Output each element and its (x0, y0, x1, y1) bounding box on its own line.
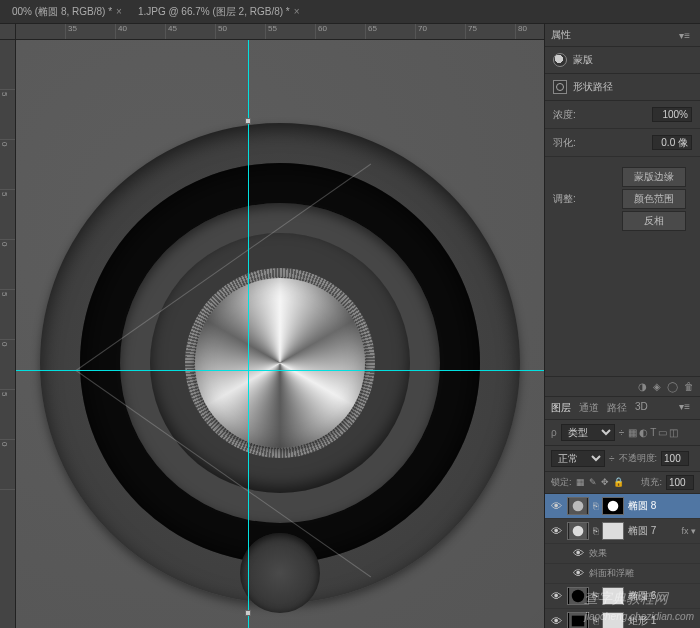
layer-name[interactable]: 椭圆 8 (628, 499, 696, 513)
ruler-tick: 5 (0, 290, 15, 340)
lock-trans-icon[interactable]: ▦ (576, 477, 585, 487)
link-icon[interactable]: ⎘ (593, 616, 598, 626)
delete-mask-icon[interactable]: 🗑 (684, 381, 694, 392)
canvas-area[interactable]: 35 40 45 50 55 60 65 70 75 80 5 0 5 0 5 … (0, 24, 544, 628)
layer-thumb[interactable] (567, 612, 589, 629)
path-anchor-top[interactable] (245, 118, 251, 124)
mask-icon[interactable] (553, 53, 567, 67)
ruler-tick: 5 (0, 190, 15, 240)
ruler-tick: 50 (216, 24, 266, 39)
shape-path-icon[interactable] (553, 80, 567, 94)
layer-row[interactable]: 👁 ⎘ 椭圆 6 (545, 584, 700, 609)
panel-menu-icon[interactable]: ▾≡ (675, 401, 694, 415)
layer-thumb[interactable] (567, 522, 589, 540)
apply-mask-icon[interactable]: ◈ (653, 381, 661, 392)
layer-thumb[interactable] (567, 587, 589, 605)
fill-input[interactable] (666, 475, 694, 490)
layers-panel-tabs: 图层 通道 路径 3D ▾≡ (545, 397, 700, 420)
mask-edge-button[interactable]: 蒙版边缘 (622, 167, 686, 187)
document-canvas[interactable] (16, 40, 544, 628)
tab-3d[interactable]: 3D (635, 401, 648, 415)
ruler-vertical[interactable]: 5 0 5 0 5 0 5 0 (0, 40, 16, 628)
mask-thumb[interactable] (602, 522, 624, 540)
doc-tab-0[interactable]: 00% (椭圆 8, RGB/8) * × (4, 1, 130, 23)
density-input[interactable] (652, 107, 692, 122)
feather-input[interactable] (652, 135, 692, 150)
search-icon[interactable]: ρ (551, 427, 557, 438)
close-icon[interactable]: × (294, 6, 300, 17)
lock-paint-icon[interactable]: ✎ (589, 477, 597, 487)
link-icon[interactable]: ⎘ (593, 526, 598, 536)
guide-horizontal[interactable] (16, 370, 544, 371)
ruler-tick: 55 (266, 24, 316, 39)
ruler-horizontal[interactable]: 35 40 45 50 55 60 65 70 75 80 (16, 24, 544, 40)
panel-spacer (545, 241, 700, 376)
ruler-tick: 0 (0, 340, 15, 390)
feather-label: 羽化: (553, 136, 576, 150)
ruler-tick: 0 (0, 240, 15, 290)
lock-all-icon[interactable]: 🔒 (613, 477, 624, 487)
filter-pixel-icon[interactable]: ▦ (628, 427, 637, 438)
link-icon[interactable]: ⎘ (593, 501, 598, 511)
ruler-origin[interactable] (0, 24, 16, 40)
visibility-icon[interactable]: 👁 (549, 525, 563, 537)
visibility-icon[interactable]: 👁 (549, 500, 563, 512)
visibility-icon[interactable]: 👁 (549, 590, 563, 602)
adjust-label: 调整: (553, 192, 576, 206)
filter-kind-select[interactable]: 类型 (561, 424, 615, 441)
mask-thumb[interactable] (602, 612, 624, 629)
layer-name[interactable]: 椭圆 6 (628, 589, 696, 603)
blend-opacity-row: 正常 ÷ 不透明度: (545, 446, 700, 472)
fill-label: 填充: (641, 476, 662, 489)
layer-fx-row[interactable]: 👁 斜面和浮雕 (545, 564, 700, 584)
fx-badge[interactable]: fx ▾ (681, 526, 696, 536)
opacity-input[interactable] (661, 451, 689, 466)
right-panels: 属性 ▾≡ 蒙版 形状路径 浓度: 羽化: 调整: (544, 24, 700, 628)
opacity-label: 不透明度: (619, 452, 658, 465)
lock-pos-icon[interactable]: ✥ (601, 477, 609, 487)
filter-adjust-icon[interactable]: ◐ (639, 427, 648, 438)
ruler-tick (0, 40, 15, 90)
layer-row[interactable]: 👁 ⎘ 椭圆 8 (545, 494, 700, 519)
ruler-tick (16, 24, 66, 39)
layer-row[interactable]: 👁 ⎘ 矩形 1 (545, 609, 700, 629)
mask-thumb[interactable] (602, 497, 624, 515)
panel-menu-icon[interactable]: ▾≡ (675, 30, 694, 41)
disable-mask-icon[interactable]: ◯ (667, 381, 678, 392)
layer-name[interactable]: 矩形 1 (628, 614, 696, 628)
filter-shape-icon[interactable]: ▭ (658, 427, 667, 438)
tab-layers[interactable]: 图层 (551, 401, 571, 415)
guide-vertical[interactable] (248, 40, 249, 628)
svg-point-3 (608, 500, 619, 511)
color-range-button[interactable]: 颜色范围 (622, 189, 686, 209)
load-selection-icon[interactable]: ◑ (638, 381, 647, 392)
tab-channels[interactable]: 通道 (579, 401, 599, 415)
close-icon[interactable]: × (116, 6, 122, 17)
dial-artwork (40, 123, 520, 603)
panel-title: 属性 (551, 28, 571, 42)
layer-row[interactable]: 👁 ⎘ 椭圆 7 fx ▾ (545, 519, 700, 544)
svg-rect-9 (572, 615, 584, 626)
tab-paths[interactable]: 路径 (607, 401, 627, 415)
properties-footer-icons: ◑ ◈ ◯ 🗑 (545, 376, 700, 397)
mask-thumb[interactable] (602, 587, 624, 605)
visibility-icon[interactable]: 👁 (549, 615, 563, 627)
feather-row: 羽化: (545, 129, 700, 157)
filter-text-icon[interactable]: T (650, 427, 656, 438)
visibility-icon[interactable]: 👁 (571, 567, 585, 579)
layer-fx-row[interactable]: 👁 效果 (545, 544, 700, 564)
layer-thumb[interactable] (567, 497, 589, 515)
lock-row: 锁定: ▦ ✎ ✥ 🔒 填充: (545, 472, 700, 494)
app-root: 00% (椭圆 8, RGB/8) * × 1.JPG @ 66.7% (图层 … (0, 0, 700, 628)
doc-tab-1[interactable]: 1.JPG @ 66.7% (图层 2, RGB/8) * × (130, 1, 308, 23)
path-anchor-bottom[interactable] (245, 610, 251, 616)
filter-smart-icon[interactable]: ◫ (669, 427, 678, 438)
blend-mode-select[interactable]: 正常 (551, 450, 605, 467)
visibility-icon[interactable]: 👁 (571, 547, 585, 559)
link-icon[interactable]: ⎘ (593, 591, 598, 601)
layer-name[interactable]: 椭圆 7 (628, 524, 677, 538)
svg-point-5 (573, 525, 584, 536)
density-label: 浓度: (553, 108, 576, 122)
invert-button[interactable]: 反相 (622, 211, 686, 231)
properties-panel-header[interactable]: 属性 ▾≡ (545, 24, 700, 47)
